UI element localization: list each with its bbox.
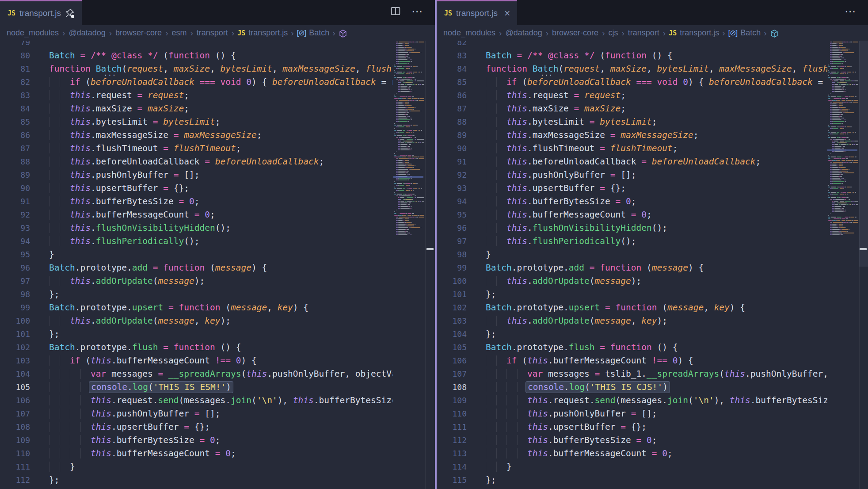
code-line[interactable]: 114 } <box>437 460 827 474</box>
code-line[interactable]: 97 this.addOrUpdate(message); <box>0 275 392 288</box>
code-line[interactable]: 105 console.log('THIS IS ESM!') <box>0 381 392 394</box>
code-line[interactable]: 107 var messages = tslib_1.__spreadArray… <box>437 367 827 381</box>
code-line[interactable]: 103 if (this.bufferMessageCount !== 0) { <box>0 354 392 367</box>
code-line[interactable]: 111 this.upsertBuffer = {}; <box>437 420 827 434</box>
more-actions-icon[interactable]: ⋯ <box>411 6 423 17</box>
code-line[interactable]: 91 this.bufferBytesSize = 0; <box>0 195 392 208</box>
code-line[interactable]: 82 if (beforeUnloadCallback === void 0) … <box>0 76 392 89</box>
close-icon[interactable]: × <box>504 8 510 19</box>
code-line[interactable]: 95} <box>0 248 392 261</box>
breadcrumb-item[interactable]: node_modules <box>443 28 495 38</box>
code-line[interactable]: 88 this.beforeUnloadCallback = beforeUnl… <box>0 155 392 168</box>
code-line[interactable]: 89 this.pushOnlyBuffer = []; <box>0 168 392 182</box>
code-line[interactable]: 96Batch.prototype.add = function (messag… <box>0 261 392 275</box>
code-line[interactable]: 84function Batch(request, maxSize, bytes… <box>437 62 827 76</box>
code-line[interactable]: 106 this.request.send(messages.join('\n'… <box>0 394 392 407</box>
code-line[interactable]: 109 this.bufferBytesSize = 0; <box>0 434 392 447</box>
code-line[interactable]: 90 this.upsertBuffer = {}; <box>0 182 392 195</box>
code-line[interactable]: 112 this.bufferBytesSize = 0; <box>437 434 827 447</box>
code-line[interactable]: 108 console.log('THIS IS CJS!') <box>437 381 827 394</box>
code-line[interactable]: 103 this.addOrUpdate(message, key); <box>437 314 827 328</box>
code-line[interactable]: 106 if (this.bufferMessageCount !== 0) { <box>437 354 827 367</box>
code-editor-cjs[interactable]: 8283Batch = /** @class */ (function () {… <box>437 36 827 489</box>
symbol-cube-icon[interactable] <box>770 29 779 38</box>
code-line[interactable]: 96 this.flushOnVisibilityHidden(); <box>437 222 827 235</box>
code-line[interactable]: 95 this.bufferMessageCount = 0; <box>437 208 827 222</box>
code-line-content: }; <box>486 328 496 341</box>
code-line[interactable]: 87 this.flushTimeout = flushTimeout; <box>0 142 392 155</box>
code-line[interactable]: 98} <box>437 248 827 261</box>
code-line[interactable]: 101}; <box>437 288 827 301</box>
breadcrumb-symbol[interactable]: [⊘]Batch <box>297 28 330 38</box>
minimap-right[interactable] <box>827 38 858 246</box>
tab-transport-esm[interactable]: JS transport.js <box>0 0 82 25</box>
symbol-class-icon: [⊘] <box>728 28 738 38</box>
code-line[interactable]: 112}; <box>0 474 392 487</box>
breadcrumb-item[interactable]: @datadog <box>69 28 105 38</box>
breadcrumb-item[interactable]: transport <box>197 28 228 38</box>
code-line[interactable]: 81function Batch(request, maxSize, bytes… <box>0 62 392 76</box>
code-line[interactable]: 86 this.maxMessageSize = maxMessageSize; <box>0 129 392 142</box>
tab-transport-cjs[interactable]: JS transport.js × <box>437 0 517 25</box>
code-line[interactable]: 98}; <box>0 288 392 301</box>
code-line[interactable]: 97 this.flushPeriodically(); <box>437 235 827 248</box>
breadcrumb-file[interactable]: JStransport.js <box>669 28 719 38</box>
breadcrumb-file[interactable]: JStransport.js <box>237 28 288 38</box>
code-line[interactable]: 115}; <box>437 474 827 487</box>
editor-split-sash[interactable] <box>435 0 437 489</box>
code-line[interactable]: 88 this.bytesLimit = bytesLimit; <box>437 115 827 129</box>
breadcrumb-item[interactable]: esm <box>171 28 187 38</box>
code-line[interactable]: 92 this.bufferMessageCount = 0; <box>0 208 392 222</box>
code-line[interactable]: 86 this.request = request; <box>437 89 827 102</box>
code-line[interactable]: 93 this.upsertBuffer = {}; <box>437 182 827 195</box>
code-line[interactable]: 102Batch.prototype.flush = function () { <box>0 341 392 354</box>
code-line[interactable]: 80Batch = /** @class */ (function () { <box>0 49 392 62</box>
code-line[interactable]: 92 this.pushOnlyBuffer = []; <box>437 168 827 182</box>
code-line[interactable]: 104}; <box>437 328 827 341</box>
code-line[interactable]: 84 this.maxSize = maxSize; <box>0 102 392 115</box>
pin-icon[interactable] <box>65 8 75 18</box>
code-line[interactable]: 85 this.bytesLimit = bytesLimit; <box>0 115 392 129</box>
breadcrumb-item[interactable]: @datadog <box>505 28 542 38</box>
breadcrumb-item[interactable]: browser-core <box>552 28 598 38</box>
code-line[interactable]: 113 this.bufferMessageCount = 0; <box>437 447 827 460</box>
code-line[interactable]: 116Batch.prototype.sizeInBytes = functio… <box>437 487 827 489</box>
code-line[interactable]: 90 this.flushTimeout = flushTimeout; <box>437 142 827 155</box>
code-line[interactable]: 109 this.request.send(messages.join('\n'… <box>437 394 827 407</box>
code-line[interactable]: 83Batch = /** @class */ (function () { <box>437 49 827 62</box>
breadcrumb-item[interactable]: transport <box>628 28 659 38</box>
code-line[interactable]: 107 this.pushOnlyBuffer = []; <box>0 407 392 420</box>
code-line[interactable]: 89 this.maxMessageSize = maxMessageSize; <box>437 129 827 142</box>
breadcrumb-item[interactable]: browser-core <box>115 28 162 38</box>
code-line[interactable]: 87 this.maxSize = maxSize; <box>437 102 827 115</box>
code-editor-esm[interactable]: 7980Batch = /** @class */ (function () {… <box>0 36 392 487</box>
code-line[interactable]: 105Batch.prototype.flush = function () { <box>437 341 827 354</box>
code-line[interactable]: 101}; <box>0 328 392 341</box>
code-line[interactable]: 100 this.addOrUpdate(message, key); <box>0 314 392 328</box>
vertical-scrollbar[interactable] <box>859 39 868 267</box>
code-line[interactable]: 85 if (beforeUnloadCallback === void 0) … <box>437 76 827 89</box>
code-line[interactable]: 100 this.addOrUpdate(message); <box>437 275 827 288</box>
breadcrumb-item[interactable]: cjs <box>608 28 618 38</box>
code-line[interactable]: 99Batch.prototype.add = function (messag… <box>437 261 827 275</box>
code-line[interactable]: 108 this.upsertBuffer = {}; <box>0 420 392 434</box>
minimap-left[interactable] <box>393 38 424 246</box>
code-line[interactable]: 94 this.flushPeriodically(); <box>0 235 392 248</box>
code-line[interactable]: 102Batch.prototype.upsert = function (me… <box>437 301 827 314</box>
breadcrumb-item[interactable]: node_modules <box>7 28 59 38</box>
symbol-cube-icon[interactable] <box>339 29 347 38</box>
code-line[interactable]: 83 this.request = request; <box>0 89 392 102</box>
code-line[interactable]: 104 var messages = __spreadArrays(this.p… <box>0 367 392 381</box>
code-line[interactable]: 91 this.beforeUnloadCallback = beforeUnl… <box>437 155 827 168</box>
code-line[interactable]: 111 } <box>0 460 392 474</box>
split-editor-icon[interactable] <box>390 6 401 16</box>
code-line[interactable]: 93 this.flushOnVisibilityHidden(); <box>0 222 392 235</box>
code-line[interactable]: 99Batch.prototype.upsert = function (mes… <box>0 301 392 314</box>
more-actions-icon[interactable]: ⋯ <box>845 6 857 17</box>
line-number: 101 <box>0 328 30 341</box>
editor-pane-esm: JS transport.js <box>0 0 435 489</box>
breadcrumb-symbol[interactable]: [⊘]Batch <box>728 28 761 38</box>
code-line[interactable]: 94 this.bufferBytesSize = 0; <box>437 195 827 208</box>
code-line[interactable]: 110 this.pushOnlyBuffer = []; <box>437 407 827 420</box>
code-line[interactable]: 110 this.bufferMessageCount = 0; <box>0 447 392 460</box>
